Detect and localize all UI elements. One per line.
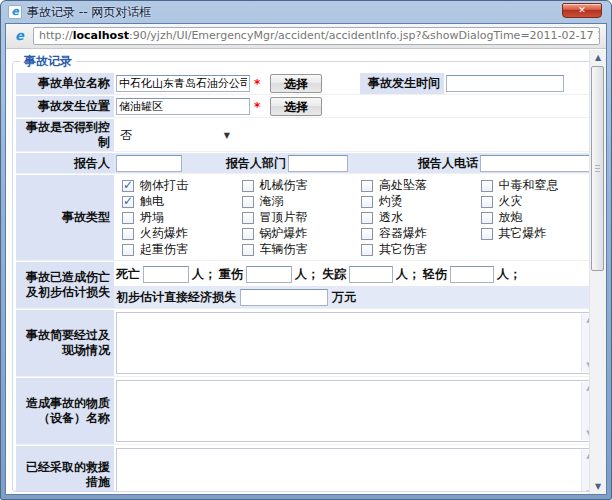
missing-unit: 人；	[396, 266, 420, 283]
accident-type-checkbox[interactable]: 其它伤害	[361, 242, 481, 257]
accident-type-checkbox[interactable]: 锅炉爆炸	[242, 226, 362, 241]
accident-type-checkbox[interactable]: 火灾	[481, 194, 590, 209]
checkbox-label: 车辆伤害	[260, 241, 308, 258]
economic-loss-input[interactable]	[240, 289, 328, 306]
scroll-up-icon[interactable]: ▲	[582, 314, 589, 327]
scroll-up-icon[interactable]: ▲	[582, 382, 589, 395]
material-textarea[interactable]: ▲ ▼	[116, 380, 589, 442]
unit-name-cell: * 选择	[114, 73, 360, 94]
accident-type-checkbox[interactable]: 冒顶片帮	[242, 210, 362, 225]
unit-name-select-button[interactable]: 选择	[270, 74, 322, 93]
accident-type-checkbox[interactable]: 高处坠落	[361, 178, 481, 193]
window-title: 事故记录 -- 网页对话框	[27, 4, 151, 21]
accident-type-checkbox[interactable]: 火药爆炸	[122, 226, 242, 241]
minor-label: 轻伤	[423, 266, 447, 283]
brief-textarea[interactable]: ▲ ▼	[116, 312, 589, 374]
accident-record-fieldset: 事故记录 事故单位名称 * 选择 事故发生时间	[12, 53, 589, 492]
checkbox-icon[interactable]	[242, 196, 254, 208]
checkbox-icon[interactable]	[122, 228, 134, 240]
location-select-button[interactable]: 选择	[270, 97, 322, 116]
checkbox-icon[interactable]	[242, 244, 254, 256]
accident-type-checkbox[interactable]: 起重伤害	[122, 242, 242, 257]
reporter-cell: 报告人部门 报告人电话	[114, 153, 589, 173]
checkbox-icon[interactable]	[361, 180, 373, 192]
textarea-scrollbar[interactable]: ▲ ▼	[581, 314, 589, 372]
scroll-up-icon[interactable]: ▲	[582, 450, 589, 463]
accident-type-checkbox[interactable]: 中毒和窒息	[481, 178, 590, 193]
location-input[interactable]	[116, 98, 250, 115]
checkbox-icon[interactable]	[361, 196, 373, 208]
minor-input[interactable]	[450, 266, 494, 283]
accident-type-checkbox[interactable]: 机械伤害	[242, 178, 362, 193]
unit-name-input[interactable]	[116, 75, 250, 92]
economic-loss-row: 初步估计直接经济损失 万元	[114, 286, 589, 308]
ie-page-icon: e	[8, 5, 22, 19]
accident-type-checkbox[interactable]: 其它爆炸	[481, 226, 590, 241]
checkbox-label: 其它爆炸	[499, 225, 547, 242]
checkbox-icon[interactable]	[361, 244, 373, 256]
death-unit: 人；	[192, 266, 216, 283]
main-scrollbar[interactable]: ▲ ▼	[589, 50, 606, 494]
scrollbar-thumb[interactable]	[591, 66, 604, 271]
checkbox-icon[interactable]	[242, 180, 254, 192]
casualties-label-line2: 及初步估计损失	[26, 285, 110, 300]
row-brief: 事故简要经过及 现场情况 ▲ ▼	[16, 310, 589, 377]
address-field[interactable]: http://localhost:90/yjzh/UI/EmergencyMgr…	[33, 27, 600, 45]
checkbox-label: 冒顶片帮	[260, 209, 308, 226]
material-label: 造成事故的物质 （设备）名称	[16, 378, 114, 444]
unit-name-label: 事故单位名称	[16, 73, 114, 94]
accident-type-checkbox[interactable]: 车辆伤害	[242, 242, 362, 257]
serious-input[interactable]	[246, 266, 292, 283]
accident-type-checkbox[interactable]: 放炮	[481, 210, 590, 225]
controlled-select[interactable]: 否 ▼	[116, 126, 234, 144]
row-controlled: 事故是否得到控制 否 ▼	[16, 119, 589, 152]
location-cell: * 选择	[114, 96, 589, 117]
accident-type-checkbox[interactable]: 坍塌	[122, 210, 242, 225]
rescue-label: 已经采取的救援 措施	[16, 446, 114, 492]
accident-type-checkbox[interactable]: 淹溺	[242, 194, 362, 209]
checkbox-icon[interactable]	[122, 244, 134, 256]
checkbox-icon[interactable]	[481, 212, 493, 224]
checkbox-icon[interactable]	[242, 212, 254, 224]
checkbox-icon[interactable]	[481, 180, 493, 192]
rescue-textarea[interactable]: ▲ ▼	[116, 448, 589, 492]
reporter-input[interactable]	[116, 155, 182, 172]
missing-input[interactable]	[349, 266, 393, 283]
checkbox-icon[interactable]	[481, 196, 493, 208]
close-button[interactable]: ✕	[562, 3, 602, 18]
checkbox-icon[interactable]	[361, 212, 373, 224]
title-bar[interactable]: e 事故记录 -- 网页对话框 ✕	[1, 1, 611, 23]
brief-label: 事故简要经过及 现场情况	[16, 310, 114, 376]
checkbox-icon[interactable]	[242, 228, 254, 240]
location-label: 事故发生位置	[16, 96, 114, 117]
accident-type-checkbox[interactable]: 灼烫	[361, 194, 481, 209]
checkbox-icon[interactable]	[361, 228, 373, 240]
accident-type-checkbox[interactable]: 物体打击	[122, 178, 242, 193]
row-accident-types: 事故类型 物体打击 机械伤害 高处坠落 中毒和窒息 触电 淹溺 灼烫 火灾 坍塌…	[16, 175, 589, 261]
dialog-window: e 事故记录 -- 网页对话框 ✕ e http://localhost:90/…	[0, 0, 612, 500]
accident-type-checkbox[interactable]: 容器爆炸	[361, 226, 481, 241]
textarea-scrollbar[interactable]: ▲ ▼	[581, 450, 589, 492]
accident-type-checkbox[interactable]: 触电	[122, 194, 242, 209]
scroll-down-icon[interactable]: ▼	[582, 427, 589, 440]
checkbox-icon[interactable]	[122, 212, 134, 224]
scrollbar-down-icon[interactable]: ▼	[590, 479, 606, 494]
row-reporter: 报告人 报告人部门 报告人电话	[16, 153, 589, 174]
checkbox-icon[interactable]	[481, 228, 493, 240]
checkbox-icon[interactable]	[122, 196, 134, 208]
reporter-phone-input[interactable]	[480, 155, 589, 172]
accident-type-checkbox[interactable]: 透水	[361, 210, 481, 225]
row-location: 事故发生位置 * 选择	[16, 96, 589, 118]
scroll-down-icon[interactable]: ▼	[582, 359, 589, 372]
scrollbar-up-icon[interactable]: ▲	[590, 50, 606, 65]
scroll-down-icon[interactable]: ▼	[582, 487, 589, 492]
textarea-scrollbar[interactable]: ▲ ▼	[581, 382, 589, 440]
reporter-dept-input[interactable]	[288, 155, 348, 172]
economic-loss-label: 初步估计直接经济损失	[116, 289, 236, 306]
death-input[interactable]	[143, 266, 189, 283]
occur-time-input[interactable]	[446, 75, 564, 92]
material-label-line1: 造成事故的物质	[26, 396, 110, 411]
checkbox-icon[interactable]	[122, 180, 134, 192]
rescue-label-line1: 已经采取的救援	[26, 460, 110, 475]
scrollbar-grip	[595, 165, 600, 172]
